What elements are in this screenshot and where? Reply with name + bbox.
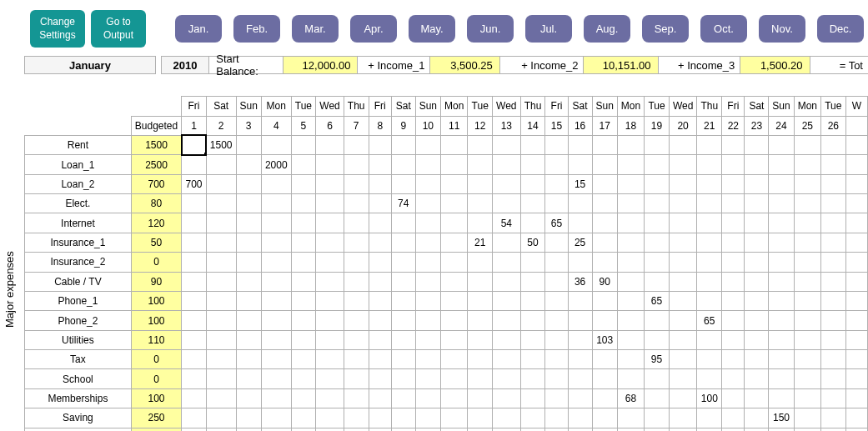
data-cell[interactable] [592,291,617,310]
data-cell[interactable] [441,194,468,213]
budget-cell[interactable]: 100 [131,291,181,310]
data-cell[interactable] [821,174,846,193]
data-cell[interactable] [520,291,545,310]
data-cell[interactable] [316,291,344,310]
expense-grid[interactable]: FriSatSunMonTueWedThuFriSatSunMonTueWedT… [24,96,868,431]
data-cell[interactable] [182,350,207,369]
data-cell[interactable] [261,428,291,431]
data-cell[interactable] [261,233,291,252]
data-cell[interactable] [236,311,261,330]
budget-cell[interactable]: 0 [131,253,181,272]
data-cell[interactable] [415,350,440,369]
data-cell[interactable] [261,311,291,330]
data-cell[interactable] [291,155,316,174]
month-tab-jan[interactable]: Jan. [175,15,222,43]
data-cell[interactable] [468,408,493,428]
data-cell[interactable] [845,291,867,310]
data-cell[interactable] [206,253,236,272]
data-cell[interactable] [369,428,391,431]
data-cell[interactable] [291,408,316,428]
data-cell[interactable]: 74 [391,194,415,213]
data-cell[interactable] [369,408,391,428]
data-cell[interactable] [722,311,745,330]
data-cell[interactable] [645,408,670,428]
data-cell[interactable] [415,174,440,193]
change-settings-button[interactable]: ChangeSettings [30,10,85,48]
data-cell[interactable] [493,233,520,252]
data-cell[interactable] [745,291,769,310]
data-cell[interactable] [568,135,592,154]
data-cell[interactable] [794,194,820,213]
data-cell[interactable] [182,233,207,252]
data-cell[interactable] [291,330,316,349]
goto-output-button[interactable]: Go toOutput [91,10,146,48]
data-cell[interactable] [468,155,493,174]
data-cell[interactable] [236,233,261,252]
data-cell[interactable] [291,428,316,431]
data-cell[interactable] [769,135,794,154]
data-cell[interactable] [794,428,820,431]
data-cell[interactable] [568,428,592,431]
data-cell[interactable] [468,135,493,154]
data-cell[interactable] [722,388,745,408]
data-cell[interactable] [236,272,261,291]
data-cell[interactable] [794,369,820,388]
budget-cell[interactable] [131,428,181,431]
data-cell[interactable] [821,155,846,174]
data-cell[interactable] [697,272,722,291]
data-cell[interactable] [415,311,440,330]
data-cell[interactable] [697,350,722,369]
data-cell[interactable] [441,233,468,252]
data-cell[interactable] [441,311,468,330]
data-cell[interactable] [468,213,493,233]
data-cell[interactable] [441,155,468,174]
data-cell[interactable] [344,155,369,174]
data-cell[interactable] [592,428,617,431]
data-cell[interactable]: 15 [568,174,592,193]
data-cell[interactable] [745,388,769,408]
data-cell[interactable]: 68 [617,388,644,408]
data-cell[interactable] [722,291,745,310]
data-cell[interactable] [441,253,468,272]
data-cell[interactable] [669,253,696,272]
data-cell[interactable] [391,388,415,408]
data-cell[interactable] [520,388,545,408]
data-cell[interactable] [206,233,236,252]
data-cell[interactable] [344,369,369,388]
data-cell[interactable]: 65 [545,213,568,233]
data-cell[interactable] [415,155,440,174]
data-cell[interactable] [794,155,820,174]
data-cell[interactable] [316,135,344,154]
data-cell[interactable] [369,291,391,310]
data-cell[interactable] [441,408,468,428]
income2-value[interactable]: 10,151.00 [583,56,658,74]
data-cell[interactable] [645,253,670,272]
data-cell[interactable] [617,291,644,310]
data-cell[interactable] [291,272,316,291]
data-cell[interactable] [316,350,344,369]
data-cell[interactable] [592,135,617,154]
data-cell[interactable] [415,253,440,272]
data-cell[interactable] [441,291,468,310]
data-cell[interactable] [415,233,440,252]
data-cell[interactable] [845,369,867,388]
data-cell[interactable] [697,135,722,154]
data-cell[interactable] [697,213,722,233]
data-cell[interactable] [769,330,794,349]
data-cell[interactable] [316,272,344,291]
data-cell[interactable] [669,213,696,233]
data-cell[interactable] [391,369,415,388]
data-cell[interactable] [316,213,344,233]
data-cell[interactable] [261,388,291,408]
data-cell[interactable] [493,155,520,174]
data-cell[interactable] [845,330,867,349]
data-cell[interactable] [821,388,846,408]
data-cell[interactable] [645,272,670,291]
data-cell[interactable] [206,311,236,330]
data-cell[interactable] [493,291,520,310]
data-cell[interactable] [182,369,207,388]
data-cell[interactable] [236,194,261,213]
data-cell[interactable] [415,330,440,349]
data-cell[interactable] [206,155,236,174]
data-cell[interactable] [545,155,568,174]
